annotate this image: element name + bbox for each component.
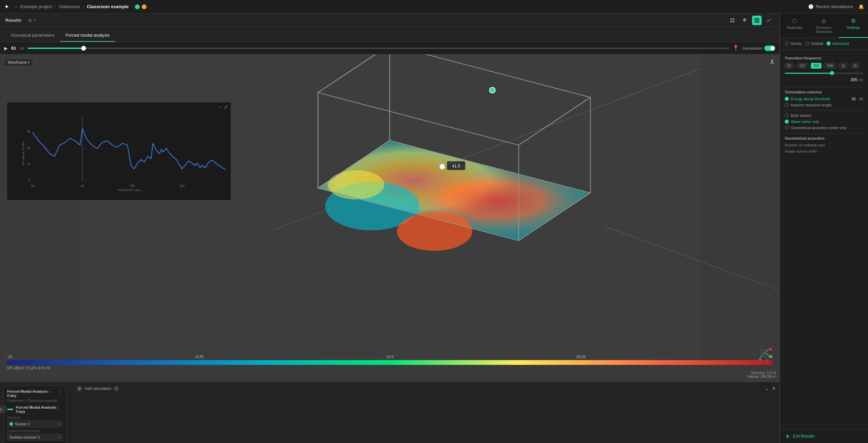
tab-materials[interactable]: ⬡ Materials [780,14,809,38]
freq-chip-125[interactable]: 125 [797,63,808,69]
wireframe-chevron-icon: ▾ [28,61,30,64]
bottom-cards: ⌄ ✕ Forced Modal Analysis - Copy ⋮ Class… [0,382,779,443]
radiosity-rays-label: Number of radiosity rays [785,143,825,147]
sim-card-menu-button[interactable]: ⋮ [58,389,63,395]
topbar: ✦ ‹ Example project › Classroom › Classr… [0,0,868,14]
svg-rect-4 [755,18,759,22]
download-button[interactable] [769,58,775,66]
left-panel: Results ⊞ ▾ Acoust [0,14,780,443]
freq-pin-icon[interactable]: 📍 [732,45,739,51]
back-icon[interactable]: ‹ [15,4,17,10]
radio-default-dot [805,41,810,46]
toolbar-icon-grid[interactable] [752,16,762,25]
volume-label: Volume: 269.28 m³ [747,375,776,378]
add-simulation-button[interactable]: + Add simulation ? [76,386,119,392]
termination-energy-decay-unit: dB [859,97,863,101]
sim-card-subtitle: Classroom > Classroom example [7,399,63,403]
image-source-order-field: Image source order [785,149,863,153]
termination-energy-decay-row[interactable]: Energy decay threshold 35 dB [785,97,863,101]
freq-slider-thumb[interactable] [81,46,86,51]
breadcrumb-current: Classroom example [87,4,129,9]
termination-energy-decay-value: 35 [852,97,856,101]
termination-impulse-response-dot [785,103,789,107]
tab-settings-label: Settings [847,25,860,30]
chart-expand-button[interactable]: ⤢ [224,104,228,110]
solver-wave-only-dot [785,120,789,124]
termination-energy-decay-label: Energy decay threshold [791,97,850,101]
freq-chip-250[interactable]: 250 [811,63,821,69]
chip-sep-1: | [795,64,796,68]
source-field: Source Source 1 ▾ [7,416,63,427]
solver-geo-only-row[interactable]: Geometrical acoustics solver only [785,126,863,130]
source-select[interactable]: Source 1 ▾ [7,421,63,427]
notification-icon[interactable]: 🔔 [858,4,864,9]
svg-rect-3 [733,21,734,22]
add-simulation-area: + Add simulation ? [73,386,119,395]
results-label: Results [5,18,21,23]
tab-forced-modal-analysis[interactable]: Forced modal analysis [60,29,115,42]
tab-sources-receivers[interactable]: ◎ Sources / Receivers [809,14,838,38]
radio-default[interactable]: Default [805,41,823,46]
right-tabs: ⬡ Materials ◎ Sources / Receivers ⚙ Sett… [780,14,868,38]
play-button[interactable]: ▶ [4,46,8,51]
termination-impulse-response-row[interactable]: Impulse response length [785,103,863,107]
transition-freq-slider[interactable] [785,71,863,76]
svg-text:20: 20 [27,146,30,149]
freq-unit: Hz [19,46,24,50]
solver-wave-only-label: Wave solver only [791,120,863,124]
add-simulation-label: Add simulation [85,386,111,391]
freq-chip-500[interactable]: 500 [825,63,835,69]
surface-receivers-field: Surface receivers Surface receiver 1 ▾ [7,429,63,441]
transition-freq-knob[interactable] [830,71,834,75]
solver-both-row[interactable]: Both solvers [785,113,863,118]
tab-acoustical-parameters[interactable]: Acoustical parameters [5,29,60,42]
source-icon [10,422,13,426]
add-simulation-info-icon[interactable]: ? [114,386,119,391]
recent-sims-label: Recent simulations [816,4,853,9]
interpolated-toggle[interactable] [764,46,775,51]
interpolated-label: Interpolated [743,46,762,50]
freq-chip-2k[interactable]: 2k [851,63,860,69]
close-button[interactable]: ✕ [772,386,776,391]
solver-geo-only-dot [785,126,789,130]
radiosity-rays-field: Number of radiosity rays [785,143,863,147]
radio-survey[interactable]: Survey [785,41,802,46]
chart-minimize-button[interactable]: − [219,104,221,110]
breadcrumb-folder[interactable]: Classroom [59,4,80,9]
toolbar-icon-chart[interactable] [764,16,774,25]
freq-slider[interactable]: ||| ||| ||| [28,48,729,49]
radio-advanced[interactable]: Advanced [827,41,849,46]
tab-sources-receivers-label: Sources / Receivers [811,25,837,34]
geo-acoustics-title: Geometrical acoustics [785,136,863,140]
recent-simulations-btn[interactable]: 🕐 Recent simulations [808,4,853,9]
breadcrumb-project[interactable]: Example project [20,4,52,9]
support-chat-tab[interactable]: Support chat [0,406,6,413]
termination-energy-decay-dot [785,97,789,101]
solver-both-label: Both solvers [791,113,863,118]
solver-wave-only-row[interactable]: Wave solver only [785,120,863,124]
surface-receivers-select[interactable]: Surface receiver 1 ▾ [7,434,63,441]
freq-chip-63[interactable]: 63 [785,63,793,69]
svg-rect-1 [733,18,734,20]
grid-info: Grid size: 1×1 m Volume: 269.28 m³ [747,371,776,378]
color-bar-label: SPL [dB] re: 20 μPa at 61 Hz [0,366,779,370]
status-indicators [135,4,146,9]
transition-frequency-title: Transition frequency [785,56,863,60]
transition-frequency-section: Transition frequency 63 | 125 | 250 | 50… [785,56,863,82]
toolbar-icon-table[interactable] [728,16,737,25]
bottom-card-controls: ⌄ ✕ [765,386,776,391]
toolbar-icon-bell[interactable] [740,16,749,25]
tab-materials-label: Materials [787,25,802,30]
view-chevron[interactable]: ▾ [34,18,35,22]
svg-text:0: 0 [29,179,30,182]
exit-results-button[interactable]: Exit Results [780,429,868,443]
tab-settings[interactable]: ⚙ Settings [839,14,868,38]
collapse-button[interactable]: ⌄ [765,386,769,391]
source-label: Source [7,416,63,420]
freq-value: 61 [11,46,16,51]
color-bar-options[interactable]: ⋮ [764,358,769,364]
freq-chip-1k[interactable]: 1k [839,63,848,69]
svg-rect-0 [730,18,732,20]
view-icon: ⊞ [28,18,32,23]
wireframe-button[interactable]: Wireframe ▾ [4,58,33,67]
